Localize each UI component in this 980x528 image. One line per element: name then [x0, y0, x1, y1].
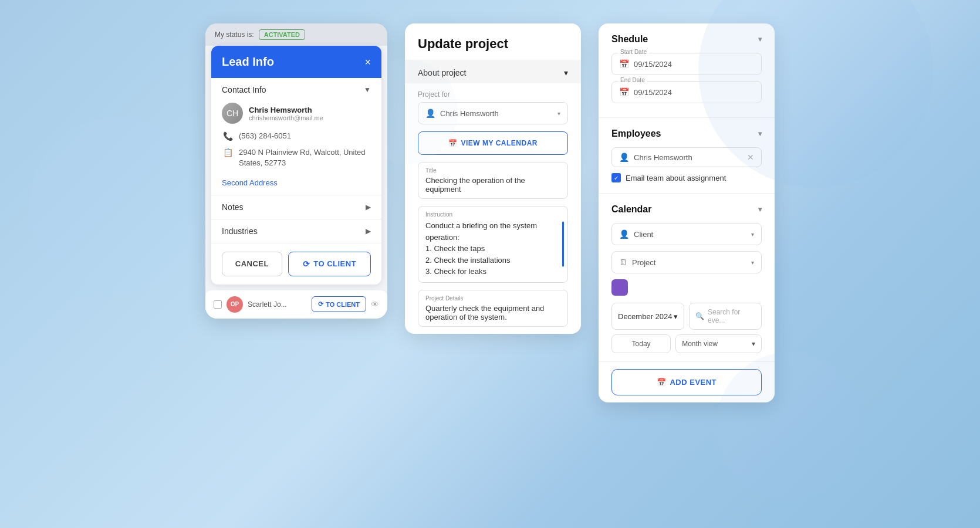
- status-bar: My status is: ACTIVATED: [205, 23, 387, 46]
- status-label: My status is:: [215, 31, 254, 39]
- employees-section: Employees ▾ 👤 Chris Hemsworth ✕ ✓ Email …: [599, 118, 775, 194]
- employee-person-icon: 👤: [619, 153, 629, 162]
- scroll-indicator: [562, 222, 564, 267]
- address-icon: 📋: [223, 148, 233, 157]
- client-chevron-icon: ▾: [751, 231, 754, 238]
- calendar-section: Calendar ▾ 👤 Client ▾ 🗓 Project ▾ Decemb…: [599, 194, 775, 362]
- close-icon[interactable]: ×: [364, 57, 371, 67]
- search-icon: 🔍: [695, 312, 704, 320]
- contact-info-chevron: ▼: [364, 86, 371, 94]
- bottom-checkbox[interactable]: [214, 300, 222, 309]
- project-details-group: Project Details Quarterly check the equi…: [418, 290, 568, 327]
- person-email: chrishemsworth@mail.me: [249, 114, 323, 121]
- second-address-link[interactable]: Second Address: [222, 178, 278, 187]
- add-event-label: ADD EVENT: [670, 378, 717, 387]
- bottom-bar: OP Scarlett Jo... ⟳ TO CLIENT 👁: [205, 290, 387, 319]
- cancel-button[interactable]: CANCEL: [222, 252, 282, 276]
- project-for-label: Project for: [405, 83, 581, 102]
- right-panel: Shedule ▾ Start Date 📅 09/15/2024 End Da…: [599, 23, 775, 402]
- contact-person: CH Chris Hemsworth chrishemsworth@mail.m…: [222, 103, 371, 124]
- calendar-title: Calendar ▾: [611, 204, 762, 215]
- notes-label: Notes: [222, 202, 244, 212]
- client-icon: 👤: [619, 229, 629, 239]
- contact-info-section: Contact Info ▼ CH Chris Hemsworth chrish…: [211, 78, 381, 195]
- lead-info-panel: My status is: ACTIVATED Lead Info × Cont…: [205, 23, 387, 319]
- avatar: CH: [222, 103, 243, 124]
- month-view-button[interactable]: Month view ▾: [675, 334, 762, 353]
- bottom-name: Scarlett Jo...: [248, 300, 307, 309]
- lead-modal-footer: CANCEL ⟳ TO CLIENT: [211, 243, 381, 285]
- start-date-label: Start Date: [618, 49, 649, 55]
- bottom-to-client-button[interactable]: ⟳ TO CLIENT: [312, 296, 366, 312]
- start-date-field[interactable]: Start Date 📅 09/15/2024: [611, 53, 762, 75]
- lead-modal-title: Lead Info: [222, 55, 274, 69]
- to-client-label: TO CLIENT: [313, 259, 356, 268]
- calendar-chevron-icon: ▾: [758, 205, 762, 214]
- employee-name: Chris Hemsworth: [634, 153, 742, 162]
- lead-modal: Lead Info × Contact Info ▼ CH Chris Hems…: [211, 46, 381, 285]
- industries-label: Industries: [222, 226, 258, 236]
- end-date-value: 09/15/2024: [634, 88, 672, 97]
- email-team-label: Email team about assignment: [626, 174, 726, 182]
- project-details-value[interactable]: Quarterly check the equipment and operat…: [425, 304, 560, 321]
- about-project-section: About project ▾: [405, 60, 581, 83]
- client-select[interactable]: 👤 Client ▾: [611, 223, 762, 245]
- avatar-inner: CH: [222, 103, 243, 124]
- title-label: Title: [425, 167, 560, 174]
- phone-detail: 📞 (563) 284-6051: [222, 131, 371, 141]
- employees-title: Employees ▾: [611, 128, 762, 139]
- instruction-group: Instruction Conduct a briefing on the sy…: [418, 206, 568, 283]
- update-project-title: Update project: [418, 36, 568, 52]
- end-date-label: End Date: [618, 77, 647, 83]
- person-icon: 👤: [425, 109, 435, 118]
- month-view-chevron-icon: ▾: [752, 340, 755, 348]
- month-select[interactable]: December 2024 ▾: [611, 303, 684, 330]
- schedule-title: Shedule ▾: [611, 34, 762, 45]
- instruction-label: Instruction: [425, 211, 560, 218]
- select-chevron-icon: ▾: [557, 110, 560, 117]
- address-text: 2940 N Plainview Rd, Walcott, United Sta…: [239, 147, 371, 168]
- about-project-chevron: ▾: [564, 68, 568, 77]
- client-placeholder: Client: [634, 230, 746, 239]
- calendar-view-controls: Today Month view ▾: [611, 334, 762, 353]
- project-chevron-icon: ▾: [751, 259, 754, 266]
- title-input-group: Title Checking the operation of the equi…: [418, 162, 568, 199]
- project-for-select[interactable]: 👤 Chris Hemsworth ▾: [418, 102, 568, 124]
- start-date-value: 09/15/2024: [634, 60, 672, 69]
- title-value[interactable]: Checking the operation of the equipment: [425, 176, 560, 194]
- calendar-icon: 📅: [448, 139, 458, 147]
- notes-chevron: ▶: [366, 203, 371, 211]
- project-icon: 🗓: [619, 258, 627, 267]
- color-swatch[interactable]: [611, 279, 628, 296]
- eye-icon[interactable]: 👁: [371, 300, 379, 309]
- phone-text: (563) 284-6051: [239, 131, 291, 141]
- bottom-sync-icon: ⟳: [318, 300, 323, 308]
- bottom-to-client-label: TO CLIENT: [326, 301, 360, 308]
- lead-modal-body: Contact Info ▼ CH Chris Hemsworth chrish…: [211, 78, 381, 243]
- add-event-button[interactable]: 📅 ADD EVENT: [611, 369, 762, 395]
- project-select[interactable]: 🗓 Project ▾: [611, 251, 762, 273]
- to-client-button[interactable]: ⟳ TO CLIENT: [288, 252, 371, 276]
- today-button[interactable]: Today: [611, 334, 671, 353]
- calendar-search[interactable]: 🔍 Search for eve...: [689, 303, 762, 330]
- end-date-field[interactable]: End Date 📅 09/15/2024: [611, 81, 762, 103]
- add-event-icon: 📅: [657, 378, 667, 387]
- end-date-icon: 📅: [619, 87, 629, 97]
- contact-header: Contact Info ▼: [222, 85, 371, 94]
- notes-section[interactable]: Notes ▶: [211, 195, 381, 219]
- industries-section[interactable]: Industries ▶: [211, 219, 381, 243]
- person-name: Chris Hemsworth: [249, 106, 323, 114]
- lead-modal-header: Lead Info ×: [211, 46, 381, 78]
- view-calendar-button[interactable]: 📅 VIEW MY CALENDAR: [418, 131, 568, 155]
- remove-employee-button[interactable]: ✕: [747, 153, 754, 162]
- employees-chevron-icon: ▾: [758, 130, 762, 138]
- schedule-section: Shedule ▾ Start Date 📅 09/15/2024 End Da…: [599, 23, 775, 118]
- email-team-checkbox[interactable]: ✓: [611, 173, 621, 182]
- instruction-value[interactable]: Conduct a briefing on the system operati…: [425, 220, 560, 277]
- month-chevron-icon: ▾: [674, 312, 678, 321]
- search-placeholder: Search for eve...: [708, 308, 755, 324]
- checkmark-icon: ✓: [614, 175, 619, 181]
- view-calendar-label: VIEW MY CALENDAR: [461, 139, 538, 147]
- project-for-value: Chris Hemsworth: [440, 109, 553, 118]
- calendar-controls: December 2024 ▾ 🔍 Search for eve...: [611, 303, 762, 330]
